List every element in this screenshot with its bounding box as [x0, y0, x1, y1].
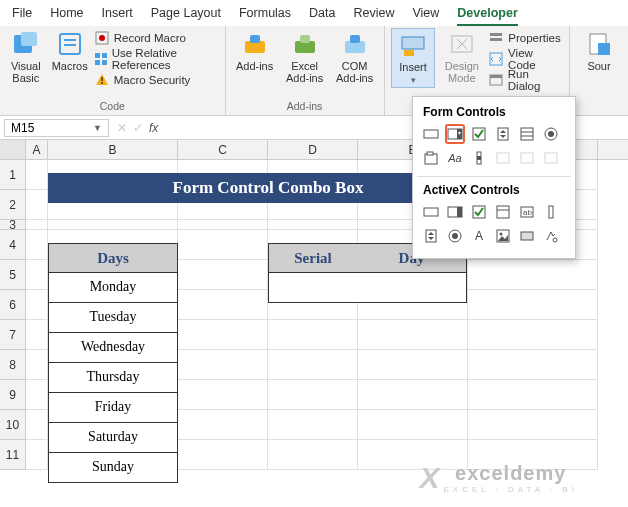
use-relative-references-button[interactable]: Use Relative References — [94, 49, 219, 69]
row-header[interactable]: 8 — [0, 350, 26, 380]
day-cell[interactable]: Wednesday — [48, 333, 178, 363]
ax-image-icon[interactable] — [493, 226, 513, 246]
svg-rect-17 — [300, 35, 310, 43]
form-combo-dropdown-icon — [541, 148, 561, 168]
serial-value-cell[interactable] — [268, 273, 358, 303]
col-header-a[interactable]: A — [26, 140, 48, 159]
ax-morecontrols-icon[interactable] — [541, 226, 561, 246]
svg-rect-1 — [21, 32, 37, 46]
chevron-down-icon[interactable]: ▼ — [93, 123, 102, 133]
form-button-icon[interactable] — [421, 124, 441, 144]
ax-commandbutton-icon[interactable] — [421, 202, 441, 222]
col-header-d[interactable]: D — [268, 140, 358, 159]
col-header-b[interactable]: B — [48, 140, 178, 159]
row-header[interactable]: 7 — [0, 320, 26, 350]
row-header[interactable]: 4 — [0, 230, 26, 260]
properties-icon — [488, 30, 504, 46]
day-cell[interactable]: Tuesday — [48, 303, 178, 333]
svg-rect-19 — [350, 35, 360, 43]
view-code-icon — [488, 51, 504, 67]
day-value-cell[interactable] — [357, 273, 467, 303]
accept-formula-icon[interactable]: ✓ — [133, 121, 143, 135]
svg-rect-4 — [64, 44, 76, 46]
form-spinner-icon[interactable] — [493, 124, 513, 144]
fx-icon[interactable]: fx — [149, 121, 158, 135]
row-header[interactable]: 2 — [0, 190, 26, 220]
name-box[interactable]: M15 ▼ — [4, 119, 109, 137]
form-optionbutton-icon[interactable] — [541, 124, 561, 144]
svg-point-67 — [553, 238, 557, 242]
svg-rect-12 — [101, 77, 103, 81]
ax-textbox-icon[interactable]: ab — [517, 202, 537, 222]
ax-togglebutton-icon[interactable] — [517, 226, 537, 246]
design-mode-button[interactable]: Design Mode — [439, 28, 484, 86]
record-macro-button[interactable]: Record Macro — [94, 28, 219, 48]
form-combobox-icon[interactable] — [445, 124, 465, 144]
day-cell[interactable]: Thursday — [48, 363, 178, 393]
macro-security-button[interactable]: Macro Security — [94, 70, 219, 90]
cancel-formula-icon[interactable]: ✕ — [117, 121, 127, 135]
day-cell[interactable]: Monday — [48, 273, 178, 303]
day-cell[interactable]: Saturday — [48, 423, 178, 453]
day-cell[interactable]: Friday — [48, 393, 178, 423]
svg-rect-10 — [102, 60, 107, 65]
svg-point-63 — [452, 233, 458, 239]
com-addins-icon — [341, 30, 369, 58]
tab-insert[interactable]: Insert — [102, 6, 133, 26]
macros-label: Macros — [52, 60, 88, 72]
source-button[interactable]: Sour — [576, 28, 622, 74]
tab-developer[interactable]: Developer — [457, 6, 517, 26]
tab-file[interactable]: File — [12, 6, 32, 26]
days-header-cell[interactable]: Days — [48, 243, 178, 273]
tab-view[interactable]: View — [412, 6, 439, 26]
name-box-value: M15 — [11, 121, 34, 135]
svg-marker-60 — [428, 232, 434, 235]
row-header[interactable]: 10 — [0, 410, 26, 440]
ax-combobox-icon[interactable] — [445, 202, 465, 222]
row-header[interactable]: 9 — [0, 380, 26, 410]
ax-checkbox-icon[interactable] — [469, 202, 489, 222]
run-dialog-label: Run Dialog — [508, 68, 563, 92]
form-listbox-icon[interactable] — [517, 124, 537, 144]
day-cell[interactable]: Sunday — [48, 453, 178, 483]
form-checkbox-icon[interactable] — [469, 124, 489, 144]
svg-rect-20 — [402, 37, 424, 49]
addins-button[interactable]: Add-ins — [232, 28, 278, 74]
insert-control-button[interactable]: Insert ▾ — [391, 28, 436, 88]
svg-rect-35 — [498, 128, 508, 140]
visual-basic-button[interactable]: Visual Basic — [6, 28, 46, 86]
com-addins-button[interactable]: COM Add-ins — [332, 28, 378, 86]
row-header[interactable]: 3 — [0, 220, 26, 230]
macros-button[interactable]: Macros — [50, 28, 90, 74]
row-header[interactable]: 11 — [0, 440, 26, 470]
form-groupbox-icon[interactable] — [421, 148, 441, 168]
tab-page-layout[interactable]: Page Layout — [151, 6, 221, 26]
ax-listbox-icon[interactable] — [493, 202, 513, 222]
ax-spinbutton-icon[interactable] — [421, 226, 441, 246]
run-dialog-button[interactable]: Run Dialog — [488, 70, 563, 90]
ax-label-icon[interactable]: A — [469, 226, 489, 246]
select-all-triangle[interactable] — [0, 140, 26, 159]
addins-label: Add-ins — [236, 60, 273, 72]
form-scrollbar-icon[interactable] — [469, 148, 489, 168]
svg-rect-7 — [95, 53, 100, 58]
tab-review[interactable]: Review — [353, 6, 394, 26]
view-code-button[interactable]: View Code — [488, 49, 563, 69]
svg-point-65 — [500, 233, 503, 236]
row-header[interactable]: 6 — [0, 290, 26, 320]
properties-button[interactable]: Properties — [488, 28, 563, 48]
tab-formulas[interactable]: Formulas — [239, 6, 291, 26]
serial-header-cell[interactable]: Serial — [268, 243, 358, 273]
row-header[interactable]: 5 — [0, 260, 26, 290]
excel-addins-button[interactable]: Excel Add-ins — [282, 28, 328, 86]
col-header-c[interactable]: C — [178, 140, 268, 159]
run-dialog-icon — [488, 72, 504, 88]
svg-rect-30 — [424, 130, 438, 138]
ax-optionbutton-icon[interactable] — [445, 226, 465, 246]
tab-home[interactable]: Home — [50, 6, 83, 26]
ax-scrollbar-icon[interactable] — [541, 202, 561, 222]
svg-rect-50 — [424, 208, 438, 216]
row-header[interactable]: 1 — [0, 160, 26, 190]
form-label-icon[interactable]: Aa — [445, 148, 465, 168]
tab-data[interactable]: Data — [309, 6, 335, 26]
